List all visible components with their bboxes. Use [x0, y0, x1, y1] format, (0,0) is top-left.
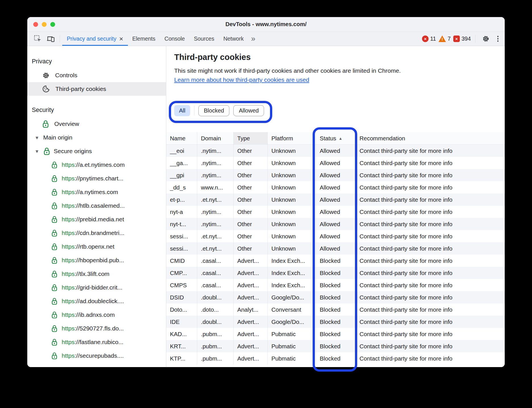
- cell-platform: Unknown: [268, 206, 316, 218]
- panel-tabs: Privacy and security × Elements Console …: [62, 32, 248, 46]
- cell-status: Blocked: [316, 316, 356, 328]
- more-options-button[interactable]: [494, 36, 502, 42]
- tab-network[interactable]: Network: [219, 32, 248, 46]
- origin-url: https://tlx.3lift.com: [62, 270, 109, 277]
- filter-blocked-chip[interactable]: Blocked: [198, 105, 229, 116]
- sidebar-tree-secure-origins[interactable]: ▾ Secure origins: [27, 144, 166, 158]
- console-warnings-badge[interactable]: ! 7: [439, 36, 451, 42]
- minimize-window-button[interactable]: [42, 22, 47, 27]
- cell-type: Advert...: [234, 352, 268, 365]
- column-header-status[interactable]: Status ▲: [316, 132, 356, 145]
- secure-origin-item[interactable]: https://fastlane.rubico...: [27, 335, 166, 349]
- secure-origin-item[interactable]: https://rtb.openx.net: [27, 240, 166, 253]
- secure-origin-item[interactable]: https://hbopenbid.pub...: [27, 253, 166, 267]
- cell-name: DSID: [166, 291, 197, 303]
- table-row[interactable]: sessi... .et.nyt... Other Unknown Allowe…: [166, 230, 505, 242]
- table-row[interactable]: __eoi .nytim... Other Unknown Allowed Co…: [166, 145, 505, 157]
- cell-domain: .nytim...: [197, 145, 234, 157]
- cell-type: Other: [234, 242, 268, 255]
- cell-recommendation: Contact third-party site for more info: [356, 328, 505, 340]
- table-row[interactable]: _dd_s www.n... Other Unknown Allowed Con…: [166, 181, 505, 193]
- close-window-button[interactable]: [33, 22, 38, 27]
- traffic-lights: [33, 22, 55, 27]
- secure-origin-item[interactable]: https://a.nytimes.com: [27, 185, 166, 199]
- column-header-name[interactable]: Name: [166, 132, 197, 145]
- table-row[interactable]: KRT... .pubm... Advert... Pubmatic Block…: [166, 340, 505, 352]
- origin-host: ://a.et.nytimes.com: [75, 161, 125, 168]
- secure-origin-item[interactable]: https://ad.doubleclick....: [27, 294, 166, 308]
- cell-domain: .pubm...: [197, 352, 234, 365]
- secure-origin-item[interactable]: https://a.et.nytimes.com: [27, 158, 166, 172]
- lock-icon: [51, 202, 58, 210]
- sidebar-item-controls[interactable]: Controls: [27, 68, 166, 82]
- cell-name: CMPS: [166, 279, 197, 291]
- secure-origin-item[interactable]: https://securepubads....: [27, 349, 166, 363]
- secure-origin-item[interactable]: https://pnytimes.chart...: [27, 172, 166, 185]
- secure-origin-item[interactable]: https://tlx.3lift.com: [27, 267, 166, 281]
- sidebar-item-label: Overview: [54, 120, 79, 127]
- chevron-down-icon[interactable]: ▾: [34, 148, 40, 155]
- table-row[interactable]: __gpi .nytim... Other Unknown Allowed Co…: [166, 169, 505, 181]
- lock-icon: [42, 120, 49, 128]
- table-row[interactable]: CMPS .casal... Advert... Index Exch... B…: [166, 279, 505, 291]
- cell-type: Other: [234, 145, 268, 157]
- table-row[interactable]: DSID .doubl... Advert... Google/Do... Bl…: [166, 291, 505, 303]
- column-header-platform[interactable]: Platform: [268, 132, 316, 145]
- column-header-recommendation[interactable]: Recommendation: [356, 132, 505, 145]
- sidebar-item-overview[interactable]: Overview: [27, 117, 166, 131]
- cell-domain: .nytim...: [197, 206, 234, 218]
- learn-more-link[interactable]: Learn more about how third-party cookies…: [174, 76, 309, 83]
- secure-origin-item[interactable]: https://grid-bidder.crit...: [27, 281, 166, 294]
- origin-host: ://tlx.3lift.com: [75, 270, 110, 277]
- cell-status: Blocked: [316, 340, 356, 352]
- secure-origin-item[interactable]: https://cdn.brandmetri...: [27, 226, 166, 240]
- table-row[interactable]: et-p... .et.nyt... Other Unknown Allowed…: [166, 193, 505, 206]
- toolbar-divider: [60, 35, 60, 43]
- origin-scheme: https: [62, 339, 75, 345]
- table-row[interactable]: nyt-a .nytim... Other Unknown Allowed Co…: [166, 206, 505, 218]
- table-row[interactable]: KAD... .pubm... Advert... Pubmatic Block…: [166, 328, 505, 340]
- table-row[interactable]: sessi... .et.nyt... Other Unknown Allowe…: [166, 242, 505, 255]
- sidebar-item-third-party-cookies[interactable]: Third-party cookies: [27, 82, 166, 96]
- secure-origin-item[interactable]: https://ib.adnxs.com: [27, 308, 166, 322]
- device-toolbar-button[interactable]: [44, 32, 57, 46]
- console-errors-badge[interactable]: × 11: [422, 36, 436, 42]
- cell-name: Doto...: [166, 303, 197, 316]
- devtools-body: Privacy Controls: [27, 46, 505, 367]
- lock-icon: [51, 297, 58, 305]
- filter-allowed-chip[interactable]: Allowed: [233, 105, 264, 116]
- cell-name: et-p...: [166, 193, 197, 206]
- close-tab-icon[interactable]: ×: [119, 36, 123, 42]
- tab-console[interactable]: Console: [160, 32, 190, 46]
- tab-sources[interactable]: Sources: [189, 32, 219, 46]
- column-header-domain[interactable]: Domain: [197, 132, 234, 145]
- secure-origin-item[interactable]: https://5290727.fls.do...: [27, 322, 166, 335]
- cell-name: KRT...: [166, 340, 197, 352]
- issues-badge[interactable]: × 394: [453, 36, 471, 42]
- tab-elements[interactable]: Elements: [128, 32, 160, 46]
- cell-platform: Unknown: [268, 230, 316, 242]
- inspect-element-button[interactable]: [31, 32, 44, 46]
- more-tabs-icon[interactable]: »: [248, 32, 257, 46]
- column-header-type[interactable]: Type: [234, 132, 268, 145]
- cell-platform: Index Exch...: [268, 279, 316, 291]
- cell-recommendation: Contact third-party site for more info: [356, 157, 505, 169]
- table-row[interactable]: nyt-t... .nytim... Other Unknown Allowed…: [166, 218, 505, 230]
- cell-type: Advert...: [234, 267, 268, 279]
- filter-all-chip[interactable]: All: [174, 105, 190, 116]
- table-row[interactable]: CMP... .casal... Advert... Index Exch...…: [166, 267, 505, 279]
- table-row[interactable]: CMID .casal... Advert... Index Exch... B…: [166, 255, 505, 267]
- secure-origin-item[interactable]: https://htlb.casalemed...: [27, 199, 166, 213]
- zoom-window-button[interactable]: [50, 22, 55, 27]
- origin-scheme: https: [62, 202, 75, 209]
- sidebar-tree-main-origin[interactable]: ▾ Main origin: [27, 131, 166, 144]
- chevron-down-icon[interactable]: ▾: [34, 134, 40, 141]
- table-row[interactable]: IDE .doubl... Advert... Google/Do... Blo…: [166, 316, 505, 328]
- table-row[interactable]: __ga... .nytim... Other Unknown Allowed …: [166, 157, 505, 169]
- cell-domain: .casal...: [197, 279, 234, 291]
- table-row[interactable]: Doto... .doto... Analyt... Conversant Bl…: [166, 303, 505, 316]
- table-row[interactable]: KTP... .pubm... Advert... Pubmatic Block…: [166, 352, 505, 365]
- secure-origin-item[interactable]: https://prebid.media.net: [27, 213, 166, 226]
- tab-privacy-and-security[interactable]: Privacy and security ×: [62, 32, 128, 46]
- settings-button[interactable]: [480, 35, 492, 43]
